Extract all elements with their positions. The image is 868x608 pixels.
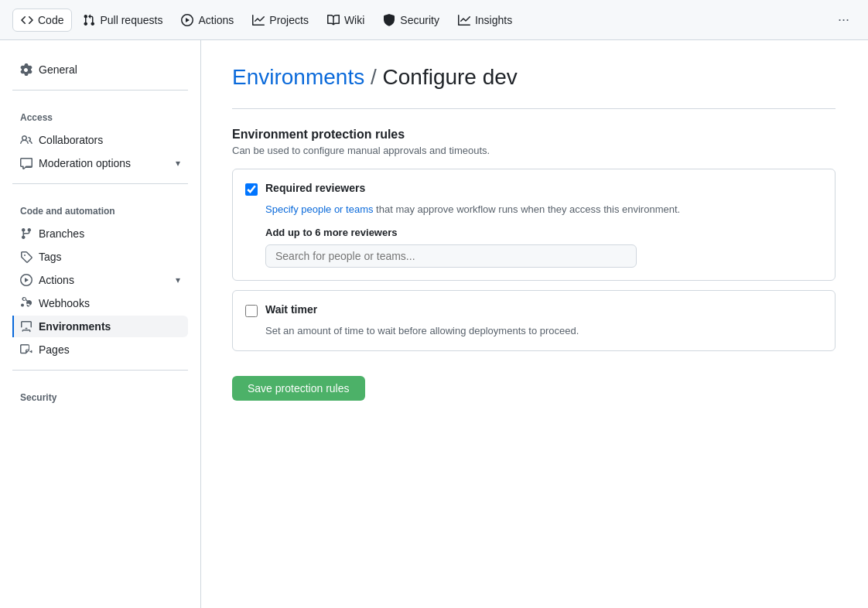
required-reviewers-header: Required reviewers [245, 182, 822, 196]
sidebar-item-actions[interactable]: Actions ▾ [12, 269, 188, 291]
chevron-down-icon-actions: ▾ [176, 275, 180, 285]
protection-rules-title: Environment protection rules [232, 128, 836, 142]
sidebar-environments-label: Environments [39, 320, 180, 333]
add-reviewers-label: Add up to 6 more reviewers [265, 227, 822, 238]
branches-icon [20, 227, 32, 240]
required-reviewers-card: Required reviewers Specify people or tea… [232, 169, 836, 281]
pull-request-icon [83, 14, 95, 26]
book-icon [327, 14, 340, 26]
gear-icon [20, 63, 32, 76]
sidebar-access-section: Access [12, 100, 188, 129]
required-reviewers-checkbox[interactable] [245, 183, 258, 196]
tag-icon [20, 251, 32, 263]
projects-icon [252, 14, 265, 26]
protection-rules-desc: Can be used to configure manual approval… [232, 145, 836, 156]
sidebar-item-tags[interactable]: Tags [12, 246, 188, 268]
wait-timer-desc: Set an amount of time to wait before all… [265, 323, 822, 339]
more-options-button[interactable]: ··· [832, 9, 856, 31]
breadcrumb-environments[interactable]: Environments [232, 65, 364, 89]
nav-item-code[interactable]: Code [12, 9, 72, 32]
nav-label-wiki: Wiki [344, 14, 364, 26]
sidebar-security-section: Security [12, 380, 188, 409]
nav-item-security[interactable]: Security [375, 9, 447, 31]
top-navigation: Code Pull requests Actions Projects Wiki… [0, 0, 868, 40]
play-icon [181, 14, 193, 26]
sidebar-pages-label: Pages [39, 343, 180, 356]
pages-icon [20, 343, 32, 356]
sidebar-moderation-label: Moderation options [39, 157, 169, 169]
chevron-down-icon: ▾ [176, 158, 180, 169]
nav-label-projects: Projects [269, 14, 309, 26]
main-content: Environments / Configure dev Environment… [201, 40, 866, 608]
page-title: Environments / Configure dev [232, 65, 836, 90]
reviewers-section: Add up to 6 more reviewers [265, 227, 822, 268]
graph-icon [458, 14, 470, 26]
sidebar-item-general[interactable]: General [12, 59, 188, 80]
nav-label-code: Code [38, 14, 63, 26]
sidebar-item-environments[interactable]: Environments [12, 316, 188, 337]
save-protection-rules-button[interactable]: Save protection rules [232, 376, 365, 401]
collaborators-icon [20, 134, 32, 146]
breadcrumb-current: Configure dev [383, 65, 518, 89]
sidebar-divider-1 [12, 90, 188, 91]
page-layout: General Access Collaborators Moderation … [0, 40, 868, 608]
sidebar-collaborators-label: Collaborators [39, 134, 180, 146]
sidebar-item-pages[interactable]: Pages [12, 339, 188, 360]
sidebar-branches-label: Branches [39, 227, 180, 240]
required-reviewers-desc-link[interactable]: Specify people or teams [265, 203, 373, 215]
required-reviewers-desc: Specify people or teams that may approve… [265, 202, 822, 217]
required-reviewers-desc-normal: that may approve workflow runs when they… [373, 203, 680, 215]
environments-icon [20, 320, 32, 333]
wait-timer-header: Wait timer [245, 303, 822, 317]
sidebar-item-branches[interactable]: Branches [12, 223, 188, 244]
sidebar-divider-2 [12, 183, 188, 184]
sidebar-code-automation-section: Code and automation [12, 193, 188, 223]
code-icon [21, 14, 33, 26]
webhooks-icon [20, 297, 32, 309]
breadcrumb-separator: / [371, 65, 377, 89]
wait-timer-checkbox[interactable] [245, 305, 258, 317]
sidebar-general-label: General [39, 63, 180, 76]
nav-label-actions: Actions [198, 14, 234, 26]
actions-icon [20, 274, 32, 286]
sidebar: General Access Collaborators Moderation … [0, 40, 201, 608]
sidebar-tags-label: Tags [39, 251, 180, 263]
sidebar-webhooks-label: Webhooks [39, 297, 180, 309]
nav-item-actions[interactable]: Actions [173, 9, 241, 31]
sidebar-item-collaborators[interactable]: Collaborators [12, 129, 188, 151]
nav-item-pull-requests[interactable]: Pull requests [75, 9, 170, 31]
sidebar-actions-label: Actions [39, 274, 169, 286]
moderation-icon [20, 157, 32, 169]
wait-timer-title: Wait timer [265, 303, 317, 316]
title-divider [232, 108, 836, 109]
sidebar-item-moderation[interactable]: Moderation options ▾ [12, 152, 188, 174]
required-reviewers-title: Required reviewers [265, 182, 365, 194]
wait-timer-card: Wait timer Set an amount of time to wait… [232, 290, 836, 352]
sidebar-item-webhooks[interactable]: Webhooks [12, 292, 188, 314]
nav-label-security: Security [400, 14, 439, 26]
wait-timer-desc-text: Set an amount of time to wait before all… [265, 325, 579, 336]
nav-label-insights: Insights [475, 14, 512, 26]
search-reviewers-input[interactable] [265, 244, 637, 268]
nav-item-projects[interactable]: Projects [244, 9, 316, 31]
sidebar-divider-3 [12, 370, 188, 371]
nav-label-pull-requests: Pull requests [100, 14, 162, 26]
nav-item-wiki[interactable]: Wiki [320, 9, 372, 31]
nav-item-insights[interactable]: Insights [450, 9, 520, 31]
shield-icon [383, 14, 395, 26]
